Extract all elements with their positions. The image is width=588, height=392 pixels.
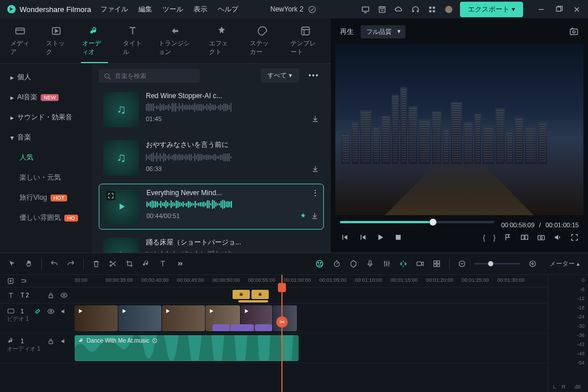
video-clip[interactable] [162,305,205,331]
expand-icon[interactable] [106,191,115,200]
camera-icon[interactable] [537,233,546,242]
project-name[interactable]: NewYork 2 [270,5,317,14]
audio-thumb[interactable]: ♫ [103,238,139,253]
tab-template[interactable]: テンプレート [289,23,322,63]
grid-icon[interactable] [432,259,441,268]
menu-tools[interactable]: ツール [163,5,183,14]
video-track-row[interactable] [75,304,548,333]
text-icon[interactable] [158,259,167,268]
fullscreen-icon[interactable] [570,233,579,242]
tab-sticker[interactable]: ステッカー [249,23,276,63]
cloud-icon[interactable] [394,5,403,14]
tracks-area[interactable]: 0:30:0000:00:35:0000:00:40:0000:00:45:00… [75,275,548,392]
download-icon[interactable] [311,165,319,173]
tab-transition[interactable]: トランジション [157,23,194,63]
more-icon[interactable]: ⋮ [312,189,319,197]
menu-edit[interactable]: 編集 [138,5,152,14]
ai-face-icon[interactable] [315,259,324,269]
video-clip[interactable] [118,305,161,331]
marker-end-icon[interactable] [504,233,512,242]
filter-button[interactable]: すべて▾ [261,68,299,83]
mic-icon[interactable] [366,259,374,268]
preview-video[interactable] [335,44,583,215]
sidebar-item-sfx[interactable]: ▸サウンド・効果音 [0,107,92,127]
zoom-out-icon[interactable] [458,259,466,268]
audio-thumb[interactable]: ♫ [103,140,139,176]
sidebar-sub-gentle[interactable]: 優しい雰囲気HO [0,208,92,228]
marker-icon[interactable] [349,259,358,268]
playback-progress[interactable] [340,221,494,223]
audio-item[interactable]: ♫ Red Wine Stopper-AI c... 01:45 [99,87,324,132]
mark-out-button[interactable]: } [493,234,496,242]
download-icon[interactable] [311,115,319,123]
mute-icon[interactable] [60,337,68,345]
crop-icon[interactable] [125,259,134,268]
menu-view[interactable]: 表示 [194,5,207,14]
export-button[interactable]: エクスポート ▾ [460,2,523,17]
hand-tool-icon[interactable] [25,259,33,268]
compare-icon[interactable] [520,233,529,242]
maximize-icon[interactable] [555,5,563,14]
zoom-in-icon[interactable] [528,259,537,268]
audio-item[interactable]: ♫ 踊る床屋（ショートバージョ... 01:35 [99,233,324,253]
star-icon[interactable]: ★ [300,212,306,220]
tab-stock[interactable]: ストック [45,23,67,63]
select-tool-icon[interactable] [8,259,17,268]
timeline-ruler[interactable]: 0:30:0000:00:35:0000:00:40:0000:00:45:00… [75,275,548,288]
sidebar-item-ai-music[interactable]: ▸AI音楽NEW [0,87,92,107]
sidebar-sub-fun[interactable]: 楽しい・元気 [0,168,92,188]
quality-select[interactable]: フル品質 ▾ [361,25,405,38]
effect-clip[interactable] [231,324,254,331]
snapshot-icon[interactable] [569,27,579,37]
visibility-icon[interactable] [47,308,55,315]
tab-effect[interactable]: エフェクト [208,23,235,63]
mixer-icon[interactable] [382,259,391,268]
audio-track-row[interactable]: Dance With Me At.music [75,333,548,363]
undo-icon[interactable] [50,259,59,268]
audio-clip[interactable]: Dance With Me At.music [75,335,299,361]
menu-help[interactable]: ヘルプ [218,5,238,14]
text-track-row[interactable] [75,288,548,304]
lock-icon[interactable] [47,292,55,299]
audio-thumb[interactable] [104,189,140,224]
prev-frame-button[interactable] [340,232,350,242]
menu-file[interactable]: ファイル [100,5,128,14]
add-track-icon[interactable] [7,277,14,285]
mark-in-button[interactable]: { [483,234,485,242]
tab-audio[interactable]: オーディオ [81,23,108,63]
headphones-icon[interactable] [411,5,420,14]
meter-toggle[interactable]: メーター ▴ [550,259,580,268]
visibility-icon[interactable] [60,292,68,299]
search-input[interactable] [99,69,200,83]
apps-icon[interactable] [428,5,436,14]
text-clip[interactable] [233,290,250,299]
save-icon[interactable] [378,5,386,14]
effect-clip[interactable] [255,324,272,331]
step-back-button[interactable] [358,232,368,242]
avatar-icon[interactable] [444,5,453,14]
download-icon[interactable] [311,212,319,220]
speed-icon[interactable] [332,259,341,268]
volume-icon[interactable] [554,233,562,242]
record-icon[interactable] [416,259,424,268]
redo-icon[interactable] [67,259,75,268]
minimize-icon[interactable] [537,5,546,14]
zoom-slider[interactable] [474,263,520,265]
close-icon[interactable] [572,5,581,14]
mute-icon[interactable] [60,308,68,315]
more-tools-icon[interactable] [175,259,184,268]
play-button[interactable] [376,232,385,242]
more-button[interactable]: ••• [304,69,324,82]
track-settings-icon[interactable] [20,277,28,285]
monitor-icon[interactable] [361,5,370,14]
audio-thumb[interactable]: ♫ [103,92,139,127]
audio-item[interactable]: ♫ おやすみなさいを言う前に 06:33 [99,135,324,180]
tab-title[interactable]: タイトル [122,23,144,63]
effect-clip[interactable] [212,324,230,331]
text-clip[interactable] [252,290,269,299]
text-clip[interactable] [238,300,268,302]
cut-icon[interactable]: ✂ [276,316,288,328]
auto-beat-icon[interactable] [399,259,408,268]
playhead[interactable]: ✂ [281,275,283,392]
sidebar-sub-vlog[interactable]: 旅行VlogHOT [0,188,92,208]
